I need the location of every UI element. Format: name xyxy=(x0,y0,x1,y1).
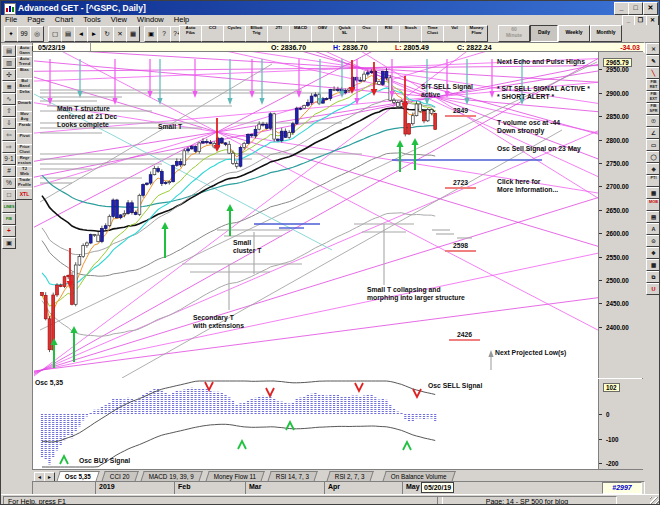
study-button-rsi[interactable]: RSI xyxy=(377,25,400,42)
fib-icon[interactable]: FIB xyxy=(2,213,16,225)
close-button[interactable]: ✕ xyxy=(643,2,658,15)
title-bar: Advanced GET - [^GSPC, Daily] _ □ ✕ xyxy=(1,1,660,15)
price-tick-label: 2700.00 xyxy=(606,183,629,190)
lines-icon[interactable]: LINES xyxy=(2,201,16,213)
close-chart-icon[interactable]: ✕ xyxy=(113,26,127,42)
ratio-icon[interactable]: # xyxy=(2,165,16,177)
pti-tool[interactable]: PTI xyxy=(646,175,660,187)
study-button-vol[interactable]: Vol xyxy=(443,25,466,42)
tick-data-icon[interactable]: ▥ xyxy=(2,57,16,69)
osc-tick-label: -200 xyxy=(606,460,619,467)
osc-high-label: 102 xyxy=(603,383,620,392)
chart-window-tool[interactable]: ▤ xyxy=(646,211,660,223)
back-icon[interactable]: ◄ xyxy=(74,26,88,42)
menu-page[interactable]: Page xyxy=(27,15,45,24)
expert-assist-icon[interactable]: ✣ xyxy=(2,69,16,81)
find-icon[interactable]: ◎ xyxy=(30,26,44,42)
study-button-cycles[interactable]: Cycles xyxy=(223,25,246,42)
pitchfork-tool[interactable]: ∠ xyxy=(646,127,660,139)
color-tool[interactable]: ❖ xyxy=(646,247,660,259)
timeframe-monthly[interactable]: Monthly xyxy=(590,25,622,42)
time-label-apr: Apr xyxy=(328,483,340,490)
menu-tools[interactable]: Tools xyxy=(83,15,101,24)
study-button-money-flow[interactable]: Money Flow xyxy=(465,25,488,42)
timeframe-60-minute[interactable]: 60 Minute xyxy=(498,25,530,42)
minimize-button[interactable]: _ xyxy=(614,2,629,15)
menu-window[interactable]: Window xyxy=(137,15,164,24)
ellipse-tool[interactable]: ◯ xyxy=(646,151,660,163)
menu-help[interactable]: Help xyxy=(174,15,189,24)
copy-tool[interactable]: ⧉ xyxy=(646,271,660,283)
wave-label-icon[interactable]: 9·1 xyxy=(2,153,16,165)
status-page-text: Page: 14 - SP 500 for blog xyxy=(437,496,617,505)
study-list-icon[interactable]: ≣ xyxy=(2,81,16,93)
osc-tick-label: -100 xyxy=(606,436,619,443)
open-chart-icon[interactable]: ▤ xyxy=(2,45,16,57)
pencil-tool[interactable]: ✎ xyxy=(646,55,660,67)
elliott-wave-icon[interactable]: ∿ xyxy=(2,93,16,105)
study-button-auto-fibs[interactable]: Auto Fibs xyxy=(179,25,202,42)
quotes-icon[interactable]: 99 xyxy=(17,26,31,42)
snap-grid-tool[interactable]: ▩ xyxy=(646,259,660,271)
study-button-macd[interactable]: MACD xyxy=(289,25,312,42)
price-pane[interactable] xyxy=(34,52,598,378)
new-chart-icon[interactable]: ▢ xyxy=(48,26,62,42)
pin-icon[interactable]: ✦ xyxy=(4,26,18,42)
menu-file[interactable]: File xyxy=(5,15,17,24)
help-icon[interactable]: ? xyxy=(157,26,171,42)
arrow-up-icon[interactable]: ⇧ xyxy=(2,105,16,117)
menu-bar: File Page Chart Tools View Window Help _… xyxy=(1,15,660,25)
study-button-stoch[interactable]: Stoch xyxy=(399,25,422,42)
mob-tool[interactable]: MOB xyxy=(646,199,660,211)
text-tool[interactable]: A xyxy=(646,223,660,235)
box-tool[interactable]: ▭ xyxy=(646,139,660,151)
resize-grip[interactable] xyxy=(650,497,660,505)
click-here-link[interactable]: Click here for More Information... xyxy=(497,178,558,194)
snapshot-icon[interactable]: ▣ xyxy=(2,237,16,249)
status-help-text: For Help, press F1 xyxy=(3,496,443,505)
price-tick-label: 2500.00 xyxy=(606,277,629,284)
advanced-get-window: Advanced GET - [^GSPC, Daily] _ □ ✕ File… xyxy=(0,0,660,505)
timeframe-weekly[interactable]: Weekly xyxy=(558,25,590,42)
open-icon[interactable]: ▤ xyxy=(61,26,75,42)
study-button-cci[interactable]: CCI xyxy=(201,25,224,42)
study-xtl[interactable]: XTL xyxy=(16,188,33,200)
fib-spiral-tool[interactable]: FIB SPR xyxy=(646,103,660,115)
arrow-left-icon[interactable]: ⇦ xyxy=(2,129,16,141)
fib-extension-tool[interactable]: FIB EXT xyxy=(646,91,660,103)
gann-tool[interactable]: ☉ xyxy=(646,115,660,127)
percent-icon[interactable]: % xyxy=(2,177,16,189)
arrow-down-icon[interactable]: ⇩ xyxy=(2,117,16,129)
marked-date[interactable]: 05/20/19 xyxy=(421,482,454,493)
grid-tool[interactable]: ▦ xyxy=(646,187,660,199)
price-tick-label: 2850.00 xyxy=(606,113,629,120)
study-button-obv[interactable]: OBV xyxy=(311,25,334,42)
study-button-osc[interactable]: Osc xyxy=(355,25,378,42)
zoom-tool[interactable]: ⊙ xyxy=(646,235,660,247)
time-axis: 05/20/19 #2997 2019FebMarAprMay xyxy=(32,481,645,495)
menu-view[interactable]: View xyxy=(111,15,127,24)
pointer-tool[interactable]: ✕ xyxy=(646,43,660,55)
maximize-button[interactable]: □ xyxy=(628,2,643,15)
print-icon[interactable]: ▣ xyxy=(144,26,158,42)
window-icon[interactable]: ▦ xyxy=(126,26,140,42)
price-tick-label: 2450.00 xyxy=(606,300,629,307)
arrow-right-icon[interactable]: ⇨ xyxy=(2,141,16,153)
study-button-jti[interactable]: JTI xyxy=(267,25,290,42)
trendline-tool[interactable]: ╲ xyxy=(646,67,660,79)
undo-tool[interactable]: U xyxy=(646,283,660,295)
box-select-icon[interactable]: □ xyxy=(2,189,16,201)
study-button-time-clust[interactable]: Time Clust xyxy=(421,25,444,42)
crosshair-icon[interactable]: + xyxy=(2,225,16,237)
expansion-tool[interactable]: ◈ xyxy=(646,163,660,175)
menu-chart[interactable]: Chart xyxy=(55,15,73,24)
timeframe-daily[interactable]: Daily xyxy=(530,25,558,42)
time-label-2019: 2019 xyxy=(99,483,115,490)
study-button-elliott-trig[interactable]: Elliott Trig xyxy=(245,25,268,42)
oscillator-pane[interactable] xyxy=(34,379,598,469)
refresh-icon[interactable]: ↻ xyxy=(100,26,114,42)
fib-retracement-tool[interactable]: FIB RET xyxy=(646,79,660,91)
chart-window[interactable]: 2965.792950.002900.002850.002800.002750.… xyxy=(32,51,643,494)
forward-icon[interactable]: ► xyxy=(87,26,101,42)
study-button-quick-sl[interactable]: Quick SL xyxy=(333,25,356,42)
